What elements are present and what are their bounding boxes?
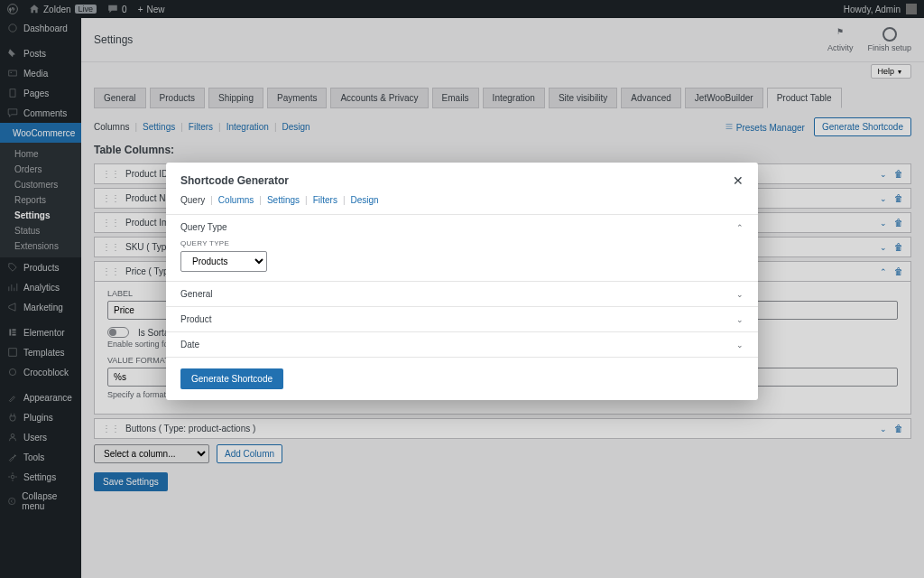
modal-tab-settings[interactable]: Settings [267,195,300,209]
chevron-down-icon: ⌄ [736,340,744,350]
modal-title: Shortcode Generator [180,174,289,187]
modal-tab-filters[interactable]: Filters [313,195,337,209]
section-header-date[interactable]: Date⌄ [166,332,758,357]
modal-tabs: Query| Columns| Settings| Filters| Desig… [166,195,758,215]
modal-section-general: General⌄ [166,282,758,307]
section-header-general[interactable]: General⌄ [166,282,758,306]
modal-generate-button[interactable]: Generate Shortcode [180,368,283,389]
shortcode-modal: Shortcode Generator ✕ Query| Columns| Se… [166,163,758,400]
chevron-up-icon: ⌃ [736,223,744,232]
chevron-down-icon: ⌄ [736,315,744,324]
chevron-down-icon: ⌄ [736,290,744,299]
modal-tab-query[interactable]: Query [180,195,205,209]
section-header-product[interactable]: Product⌄ [166,307,758,331]
modal-tab-columns[interactable]: Columns [218,195,254,209]
modal-section-date: Date⌄ [166,332,758,358]
modal-tab-design[interactable]: Design [351,195,379,209]
modal-section-product: Product⌄ [166,307,758,332]
query-type-label: QUERY TYPE [180,239,744,247]
modal-overlay[interactable]: Shortcode Generator ✕ Query| Columns| Se… [0,0,924,578]
modal-close-button[interactable]: ✕ [733,173,744,188]
modal-section-query-type: Query Type ⌃ QUERY TYPE Products [166,215,758,282]
query-type-select[interactable]: Products [180,251,267,272]
section-header-query-type[interactable]: Query Type ⌃ [166,215,758,239]
